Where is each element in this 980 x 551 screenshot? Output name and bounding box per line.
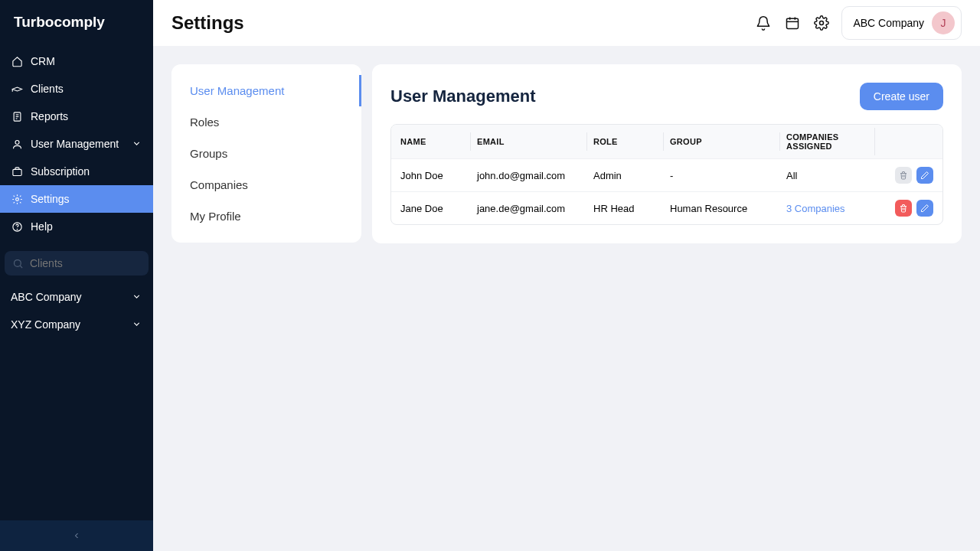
content: User ManagementRolesGroupsCompaniesMy Pr…	[153, 46, 980, 551]
chevron-down-icon	[132, 139, 142, 149]
sidebar-item-settings[interactable]: Settings	[0, 185, 153, 213]
company-switcher[interactable]: ABC Company J	[841, 6, 962, 40]
svg-line-10	[20, 266, 22, 268]
edit-button[interactable]	[916, 167, 933, 184]
companies-link[interactable]: 3 Companies	[786, 203, 881, 214]
avatar: J	[932, 11, 955, 34]
user-icon	[11, 138, 23, 150]
home-icon	[11, 55, 23, 67]
cell-group: -	[670, 170, 786, 181]
sidebar-item-label: Help	[31, 220, 53, 233]
column-header: NAME	[400, 137, 477, 146]
cell-name: John Doe	[400, 170, 477, 181]
delete-button[interactable]	[895, 200, 912, 217]
client-label: XYZ Company	[11, 318, 80, 331]
subnav-item-roles[interactable]: Roles	[172, 106, 361, 138]
sidebar-item-label: Subscription	[31, 165, 90, 178]
brand-logo: Turbocomply	[0, 0, 153, 47]
settings-button[interactable]	[812, 14, 831, 32]
users-table: NAMEEMAILROLEGROUPCOMPANIES ASSIGNED Joh…	[390, 124, 943, 225]
bell-icon	[756, 15, 771, 31]
svg-point-8	[17, 229, 18, 230]
sidebar-item-label: Settings	[31, 193, 70, 205]
subnav-item-my-profile[interactable]: My Profile	[172, 201, 361, 232]
settings-icon	[11, 193, 23, 205]
clients-search[interactable]	[5, 251, 149, 276]
settings-subnav: User ManagementRolesGroupsCompaniesMy Pr…	[172, 64, 361, 243]
search-icon	[12, 258, 24, 269]
sidebar-item-crm[interactable]: CRM	[0, 47, 153, 75]
subnav-item-groups[interactable]: Groups	[172, 138, 361, 169]
create-user-button[interactable]: Create user	[860, 83, 943, 110]
collapse-sidebar-button[interactable]	[0, 520, 153, 551]
gear-icon	[814, 15, 829, 31]
client-item[interactable]: XYZ Company	[0, 311, 153, 338]
sidebar-item-reports[interactable]: Reports	[0, 103, 153, 130]
trash-icon	[899, 204, 908, 213]
chevron-down-icon	[132, 292, 142, 302]
sidebar-item-label: Reports	[31, 110, 68, 122]
calendar-icon	[785, 15, 800, 31]
sidebar: Turbocomply CRMClientsReportsUser Manage…	[0, 0, 153, 551]
cell-role: HR Head	[593, 203, 670, 214]
svg-rect-5	[12, 169, 21, 175]
column-header: COMPANIES ASSIGNED	[786, 132, 881, 151]
column-header: EMAIL	[477, 137, 593, 146]
calendar-button[interactable]	[783, 14, 802, 32]
sidebar-item-help[interactable]: Help	[0, 213, 153, 240]
sidebar-item-clients[interactable]: Clients	[0, 75, 153, 103]
pencil-icon	[920, 204, 929, 213]
client-label: ABC Company	[11, 291, 82, 303]
reports-icon	[11, 110, 23, 122]
sidebar-item-label: User Management	[31, 138, 119, 150]
cell-role: Admin	[593, 170, 670, 181]
cell-email: john.do@gmail.com	[477, 170, 593, 181]
table-header: NAMEEMAILROLEGROUPCOMPANIES ASSIGNED	[391, 125, 942, 158]
subnav-item-companies[interactable]: Companies	[172, 169, 361, 201]
page-title: Settings	[172, 12, 244, 34]
user-management-panel: User Management Create user NAMEEMAILROL…	[372, 64, 962, 243]
sidebar-item-user-management[interactable]: User Management	[0, 130, 153, 158]
svg-rect-11	[787, 18, 799, 28]
cell-group: Human Resource	[670, 203, 786, 214]
sidebar-item-subscription[interactable]: Subscription	[0, 158, 153, 185]
subnav-item-user-management[interactable]: User Management	[172, 75, 361, 106]
cell-name: Jane Doe	[400, 203, 477, 214]
chevron-left-icon	[72, 531, 81, 540]
table-row: John Doejohn.do@gmail.comAdmin-All	[391, 158, 942, 191]
clients-icon	[11, 83, 23, 95]
pencil-icon	[920, 171, 929, 180]
main: Settings ABC Company J User ManagementRo…	[153, 0, 980, 551]
client-item[interactable]: ABC Company	[0, 283, 153, 311]
cell-companies: All	[786, 170, 881, 181]
svg-point-4	[15, 140, 19, 144]
svg-point-6	[15, 197, 18, 201]
column-header: ROLE	[593, 137, 670, 146]
sidebar-item-label: Clients	[31, 83, 64, 95]
chevron-down-icon	[132, 319, 142, 330]
sidebar-item-label: CRM	[31, 55, 55, 67]
topbar: Settings ABC Company J	[153, 0, 980, 46]
trash-icon	[899, 171, 908, 180]
delete-button	[895, 167, 912, 184]
column-header: GROUP	[670, 137, 786, 146]
svg-point-9	[15, 259, 21, 266]
subscription-icon	[11, 165, 23, 178]
table-row: Jane Doejane.de@gmail.comHR HeadHuman Re…	[391, 191, 942, 224]
notifications-button[interactable]	[754, 14, 773, 32]
cell-email: jane.de@gmail.com	[477, 203, 593, 214]
edit-button[interactable]	[916, 200, 933, 217]
company-name: ABC Company	[853, 17, 924, 29]
panel-title: User Management	[390, 86, 536, 106]
clients-search-input[interactable]	[30, 257, 141, 269]
help-icon	[11, 220, 23, 233]
svg-point-15	[820, 21, 824, 25]
